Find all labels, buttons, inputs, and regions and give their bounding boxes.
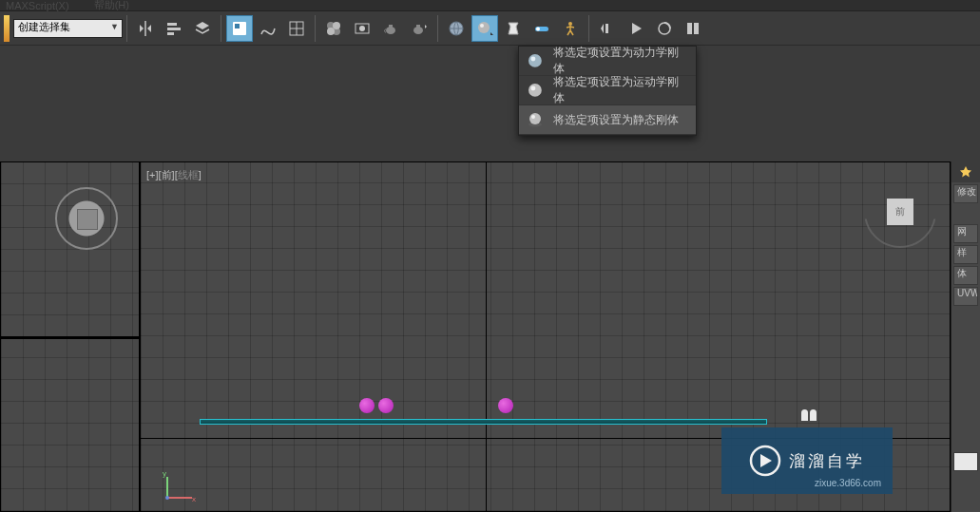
sim-tools-button[interactable]	[680, 15, 706, 42]
svg-rect-13	[389, 25, 393, 28]
command-panel: 修改 网 样 体 UVW	[951, 161, 980, 512]
svg-rect-15	[416, 25, 420, 28]
dropdown-item-kinematic-rigid[interactable]: 将选定项设置为运动学刚体	[519, 76, 696, 105]
ragdoll-button[interactable]	[557, 15, 584, 42]
svg-text:x: x	[192, 495, 196, 503]
scene-sphere[interactable]	[359, 398, 375, 413]
align-button[interactable]	[161, 15, 187, 42]
svg-point-9	[327, 28, 335, 35]
svg-rect-4	[235, 24, 240, 28]
watermark-url: zixue.3d66.com	[815, 478, 881, 488]
sphere-static-icon	[527, 111, 544, 128]
dropdown-label: 将选定项设置为动力学刚体	[553, 45, 688, 77]
svg-rect-1	[167, 28, 181, 30]
svg-point-11	[359, 26, 365, 31]
panel-button[interactable]: 样	[953, 245, 978, 264]
render-frame-button[interactable]	[377, 15, 404, 42]
svg-point-18	[480, 24, 484, 28]
svg-point-26	[528, 54, 542, 67]
svg-point-28	[528, 84, 542, 97]
toggle-scene-explorer-button[interactable]	[226, 15, 253, 42]
svg-point-37	[165, 496, 169, 500]
svg-rect-22	[605, 24, 608, 33]
viewport-top-left[interactable]	[0, 161, 140, 338]
main-toolbar: 创建选择集	[0, 11, 980, 46]
toolbar-separator	[221, 15, 221, 42]
sphere-grey-icon	[527, 82, 544, 99]
menu-bar: MAXScript(X) 帮助(H)	[0, 0, 980, 11]
workspace: [+][前][线框] 前 y x 溜溜自学	[0, 161, 980, 512]
dropdown-label: 将选定项设置为静态刚体	[553, 112, 679, 128]
constraint-button[interactable]	[528, 15, 555, 42]
panel-button[interactable]: UVW	[953, 287, 978, 306]
panel-button[interactable]: 体	[953, 266, 978, 285]
layers-button[interactable]	[189, 15, 216, 42]
viewport-bottom-left[interactable]	[0, 338, 140, 512]
toolbar-handle	[4, 15, 10, 42]
scene-plane[interactable]	[200, 419, 767, 425]
scene-sphere[interactable]	[378, 398, 394, 413]
svg-rect-25	[694, 23, 699, 34]
sim-reset-button[interactable]	[594, 15, 621, 42]
svg-text:y: y	[163, 469, 166, 478]
dropdown-label: 将选定项设置为运动学刚体	[553, 74, 688, 106]
sim-play-button[interactable]	[623, 15, 649, 42]
menu-help[interactable]: 帮助(H)	[94, 0, 129, 12]
sim-step-button[interactable]	[651, 15, 678, 42]
svg-point-20	[536, 27, 540, 30]
axis-gizmo-icon: y x	[160, 467, 198, 505]
material-editor-button[interactable]	[320, 15, 347, 42]
mirror-button[interactable]	[132, 15, 159, 42]
svg-point-31	[529, 113, 541, 124]
scene-object	[801, 409, 818, 421]
svg-point-12	[386, 27, 395, 34]
toolbar-separator	[588, 15, 589, 42]
toolbar-separator	[126, 15, 127, 42]
curve-editor-button[interactable]	[255, 15, 281, 42]
schematic-view-button[interactable]	[283, 15, 310, 42]
dropdown-item-static-rigid[interactable]: 将选定项设置为静态刚体	[519, 105, 696, 135]
massfx-world-button[interactable]	[443, 15, 470, 42]
svg-rect-24	[687, 23, 692, 34]
selection-set-dropdown[interactable]: 创建选择集	[13, 19, 123, 38]
viewcube-icon[interactable]	[55, 187, 118, 250]
sphere-blue-icon	[527, 52, 544, 69]
panel-button[interactable]: 修改	[953, 184, 978, 203]
svg-point-21	[568, 22, 572, 26]
svg-point-29	[530, 86, 535, 91]
viewport-front[interactable]: [+][前][线框] 前 y x 溜溜自学	[140, 161, 951, 512]
dropdown-item-dynamic-rigid[interactable]: 将选定项设置为动力学刚体	[519, 47, 696, 76]
svg-rect-2	[167, 32, 174, 35]
svg-point-8	[333, 22, 340, 29]
render-button[interactable]	[406, 15, 432, 42]
command-panel-tab[interactable]	[951, 161, 980, 182]
svg-point-17	[478, 22, 490, 33]
rigid-body-flyout-button[interactable]	[471, 15, 498, 42]
svg-point-32	[531, 115, 535, 119]
viewport-label[interactable]: [+][前][线框]	[146, 168, 202, 182]
svg-point-14	[413, 27, 423, 34]
cloth-button[interactable]	[500, 15, 527, 42]
render-setup-button[interactable]	[349, 15, 375, 42]
rigid-body-dropdown: 将选定项设置为动力学刚体 将选定项设置为运动学刚体 将选定项设置为静态刚体	[518, 46, 697, 136]
viewcube-front[interactable]: 前	[881, 193, 919, 231]
watermark: 溜溜自学 zixue.3d66.com	[721, 427, 893, 494]
menu-maxscript[interactable]: MAXScript(X)	[6, 0, 69, 11]
watermark-title: 溜溜自学	[789, 450, 865, 472]
svg-rect-0	[167, 23, 177, 26]
svg-point-27	[530, 57, 535, 62]
panel-field[interactable]	[953, 452, 978, 471]
panel-button[interactable]: 网	[953, 224, 978, 243]
scene-sphere[interactable]	[498, 398, 513, 413]
toolbar-separator	[315, 15, 316, 42]
toolbar-separator	[437, 15, 438, 42]
